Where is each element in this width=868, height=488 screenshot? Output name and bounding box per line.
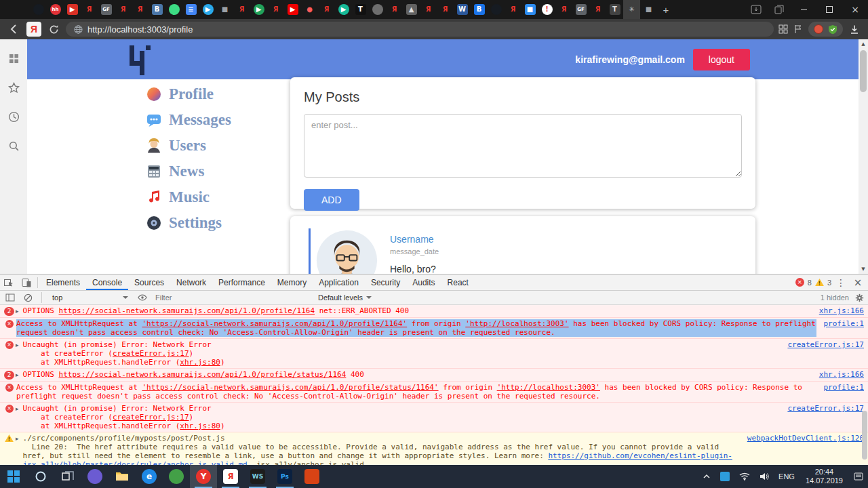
devtools-tab-audits[interactable]: Audits [406, 274, 441, 290]
scroll-up-arrow[interactable]: ▲ [859, 39, 868, 49]
tab-yandex[interactable]: Я [420, 0, 437, 19]
page-scrollbar[interactable]: ▲ ▼ [859, 39, 868, 274]
tab-settings[interactable]: ✳ [623, 0, 640, 19]
console-link[interactable]: createError.js:17 [113, 413, 189, 422]
new-post-textarea[interactable] [304, 114, 742, 178]
expand-caret-icon[interactable]: ▸ [16, 434, 19, 443]
devtools-tab-performance[interactable]: Performance [212, 274, 271, 290]
tab-android[interactable] [165, 0, 182, 19]
photoshop[interactable]: Ps [271, 465, 298, 488]
minimize-button[interactable] [791, 0, 816, 19]
yandex-home-button[interactable]: Я [26, 22, 41, 37]
volume-icon[interactable] [755, 465, 774, 488]
downloads-icon[interactable] [849, 24, 860, 35]
tab-yandex[interactable]: Я [555, 0, 572, 19]
expand-caret-icon[interactable]: ▸ [16, 405, 19, 413]
console-link[interactable]: createError.js:17 [113, 349, 189, 358]
app-green[interactable] [163, 465, 190, 488]
address-bar[interactable]: http://localhost:3003/profile [66, 22, 774, 37]
new-tab-button[interactable]: + [657, 0, 675, 19]
tab-word[interactable]: W [454, 0, 471, 19]
console-source-link[interactable]: profile:1 [823, 383, 864, 392]
nav-item-profile[interactable]: Profile [146, 85, 231, 102]
devtools-close-icon[interactable]: × [850, 277, 865, 289]
app-orange[interactable] [298, 465, 326, 488]
console-source-link[interactable]: xhr.js:166 [819, 306, 864, 315]
close-button[interactable]: × [842, 0, 868, 19]
error-count[interactable]: 8 [808, 279, 812, 287]
tab-record[interactable]: ● [301, 0, 318, 19]
file-explorer[interactable] [108, 465, 136, 488]
tab-yandex[interactable]: Я [233, 0, 250, 19]
adblock-shield-icon[interactable] [828, 24, 837, 35]
warning-count[interactable]: 3 [827, 279, 831, 287]
tab-alert[interactable]: ! [538, 0, 555, 19]
devtools-tab-application[interactable]: Application [313, 274, 365, 290]
tab-telegram[interactable]: ▶ [199, 0, 216, 19]
console-link[interactable]: 'https://social-network.samuraijs.com/ap… [142, 383, 438, 392]
error-count-icon[interactable]: × [795, 278, 804, 287]
tab-hh[interactable]: hh [47, 0, 64, 19]
inspect-element-icon[interactable] [0, 274, 18, 290]
back-button[interactable] [7, 22, 22, 37]
execution-context-selector[interactable]: top [50, 293, 131, 302]
console-link[interactable]: 'http://localhost:3003' [465, 319, 568, 328]
console-source-link[interactable]: profile:1 [823, 319, 864, 328]
bookmark-flag-icon[interactable] [794, 24, 802, 34]
scrollbar-thumb[interactable] [860, 50, 867, 92]
nav-item-messages[interactable]: Messages [146, 111, 231, 128]
webstorm[interactable]: WS [244, 465, 271, 488]
tab-dot[interactable] [369, 0, 386, 19]
app-edge[interactable]: e [136, 465, 163, 488]
clock[interactable]: 20:44 14.07.2019 [800, 465, 849, 488]
nav-item-users[interactable]: Users [146, 137, 231, 154]
tab-yandex[interactable]: Я [132, 0, 149, 19]
devtools-tab-memory[interactable]: Memory [271, 274, 313, 290]
devtools-tab-react[interactable]: React [441, 274, 475, 290]
expand-caret-icon[interactable]: ▸ [16, 371, 19, 380]
console-source-link[interactable]: xhr.js:166 [819, 370, 864, 379]
console-link[interactable]: xhr.js:80 [180, 422, 220, 430]
maximize-button[interactable] [816, 0, 842, 19]
tab-b[interactable]: B [471, 0, 488, 19]
live-expression-eye-icon[interactable] [136, 293, 149, 302]
app-yandex[interactable]: Я [217, 465, 244, 488]
devtools-tab-console[interactable]: Console [86, 274, 128, 290]
tab-yandex[interactable]: Я [115, 0, 132, 19]
tab-t2[interactable]: T [606, 0, 623, 19]
tab-t[interactable]: T [352, 0, 369, 19]
add-post-button[interactable]: ADD [304, 189, 359, 211]
bookmarks-star-icon[interactable] [7, 81, 20, 94]
console-source-link[interactable]: createError.js:17 [787, 404, 864, 413]
post-username-link[interactable]: Username [390, 234, 434, 245]
tab-github[interactable] [488, 0, 505, 19]
language-indicator[interactable]: ENG [774, 465, 800, 488]
device-toolbar-icon[interactable] [18, 274, 35, 290]
extension-panda-icon[interactable] [814, 24, 823, 34]
devtools-tab-sources[interactable]: Sources [128, 274, 170, 290]
collections-icon[interactable] [778, 24, 788, 34]
tab-greasyfork[interactable]: GF [572, 0, 589, 19]
tab-yandex[interactable]: Я [437, 0, 454, 19]
console-link[interactable]: https://social-network.samuraijs.com/api… [59, 306, 315, 315]
nav-item-news[interactable]: News [146, 163, 231, 180]
tab-video-teal[interactable]: ▶ [335, 0, 352, 19]
tab-yandex[interactable]: Я [81, 0, 98, 19]
tab-github[interactable] [30, 0, 47, 19]
app-purple[interactable] [81, 465, 108, 488]
scroll-down-arrow[interactable]: ▼ [859, 264, 868, 274]
devtools-tab-elements[interactable]: Elements [40, 274, 86, 290]
downloads-panel-icon[interactable] [745, 0, 768, 19]
tab-video-green[interactable]: ▶ [250, 0, 267, 19]
tab-youtube[interactable]: ▶ [64, 0, 81, 19]
expand-caret-icon[interactable]: ▸ [16, 341, 19, 350]
yandex-browser[interactable]: Y [190, 465, 217, 488]
expand-caret-icon[interactable]: ▸ [16, 307, 19, 316]
console-settings-gear-icon[interactable] [855, 293, 864, 302]
nav-item-settings[interactable]: Settings [146, 214, 231, 231]
tab-image[interactable]: ■ [216, 0, 233, 19]
refresh-button[interactable] [46, 22, 61, 37]
console-filter-input[interactable] [154, 293, 313, 302]
tray-app-icon[interactable] [715, 465, 734, 488]
tab-list[interactable]: ≡ [182, 0, 199, 19]
